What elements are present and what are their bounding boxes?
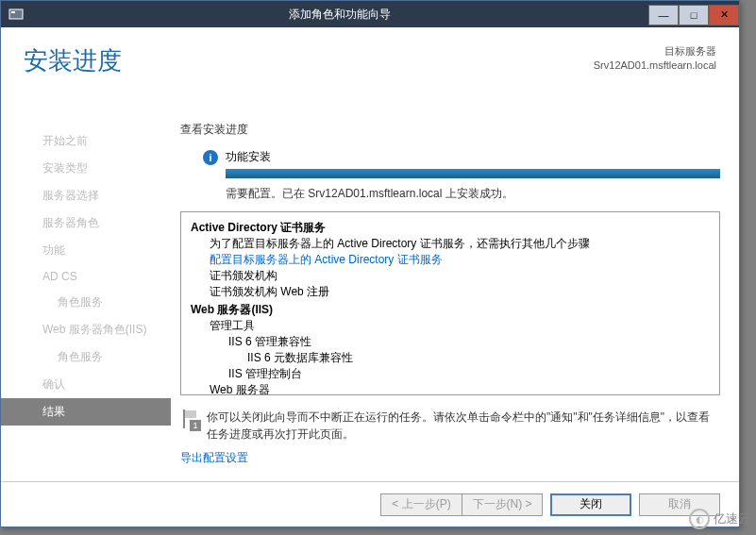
maximize-button[interactable]: □ [679, 5, 709, 25]
status-row: i 功能安装 [203, 149, 720, 165]
note-text: 你可以关闭此向导而不中断正在运行的任务。请依次单击命令栏中的"通知"和"任务详细… [207, 409, 720, 443]
config-adcs-link[interactable]: 配置目标服务器上的 Active Directory 证书服务 [191, 252, 710, 268]
close-button[interactable]: ✕ [709, 5, 739, 25]
svg-rect-1 [11, 11, 15, 13]
watermark: ◐ 亿速云 [689, 509, 750, 529]
detail-line-7: IIS 6 管理兼容性 [191, 334, 710, 350]
status-message: 需要配置。已在 Srv12AD01.msftlearn.local 上安装成功。 [226, 186, 720, 202]
main-panel: 查看安装进度 i 功能安装 需要配置。已在 Srv12AD01.msftlear… [171, 122, 739, 479]
svg-rect-0 [9, 9, 23, 19]
install-details[interactable]: Active Directory 证书服务为了配置目标服务器上的 Active … [180, 211, 720, 395]
progress-bar [226, 169, 720, 178]
sidebar-item-1: 安装类型 [1, 155, 171, 182]
detail-line-6: 管理工具 [191, 318, 710, 334]
footer-buttons: < 上一步(P) 下一步(N) > 关闭 取消 [1, 481, 739, 527]
sidebar-item-9: 确认 [1, 371, 171, 398]
nav-button-group: < 上一步(P) 下一步(N) > [380, 493, 543, 516]
detail-line-0: Active Directory 证书服务 [191, 220, 710, 236]
sidebar-item-10[interactable]: 结果 [1, 398, 171, 426]
detail-line-8: IIS 6 元数据库兼容性 [191, 350, 710, 366]
sidebar-nav: 开始之前安装类型服务器选择服务器角色功能AD CS角色服务Web 服务器角色(I… [1, 122, 171, 479]
window-title: 添加角色和功能向导 [31, 7, 648, 23]
header-row: 安装进度 目标服务器 Srv12AD01.msftlearn.local [1, 27, 739, 89]
sidebar-item-8: 角色服务 [1, 343, 171, 371]
detail-line-4: 证书颁发机构 Web 注册 [191, 284, 710, 300]
target-server-info: 目标服务器 Srv12AD01.msftlearn.local [594, 44, 716, 74]
wizard-window: 添加角色和功能向导 — □ ✕ 安装进度 目标服务器 Srv12AD01.msf… [0, 0, 740, 527]
watermark-icon: ◐ [689, 509, 710, 529]
titlebar[interactable]: 添加角色和功能向导 — □ ✕ [1, 1, 739, 27]
page-title: 安装进度 [24, 44, 122, 77]
next-button: 下一步(N) > [462, 493, 543, 516]
target-value: Srv12AD01.msftlearn.local [594, 59, 716, 73]
sidebar-item-3: 服务器角色 [1, 209, 171, 237]
watermark-text: 亿速云 [714, 510, 750, 527]
subheader: 查看安装进度 [180, 122, 720, 138]
status-label: 功能安装 [226, 149, 271, 165]
sidebar-item-0: 开始之前 [1, 127, 171, 155]
info-icon: i [203, 150, 218, 165]
detail-line-5: Web 服务器(IIS) [191, 302, 710, 318]
sidebar-item-4: 功能 [1, 237, 171, 264]
window-controls: — □ ✕ [648, 4, 739, 25]
detail-line-1: 为了配置目标服务器上的 Active Directory 证书服务，还需执行其他… [191, 236, 710, 252]
notification-flag-icon: 1 [180, 409, 199, 429]
minimize-button[interactable]: — [648, 5, 679, 25]
sidebar-item-2: 服务器选择 [1, 182, 171, 209]
sidebar-item-6: 角色服务 [1, 289, 171, 316]
sidebar-item-7: Web 服务器角色(IIS) [1, 316, 171, 343]
target-label: 目标服务器 [594, 44, 716, 59]
wizard-body: 安装进度 目标服务器 Srv12AD01.msftlearn.local 开始之… [1, 27, 739, 527]
detail-line-9: IIS 管理控制台 [191, 366, 710, 382]
app-icon [7, 5, 25, 24]
content-area: 开始之前安装类型服务器选择服务器角色功能AD CS角色服务Web 服务器角色(I… [1, 122, 739, 479]
detail-line-10: Web 服务器 [191, 382, 710, 395]
export-config-link[interactable]: 导出配置设置 [180, 450, 248, 466]
note-row: 1 你可以关闭此向导而不中断正在运行的任务。请依次单击命令栏中的"通知"和"任务… [180, 409, 720, 443]
sidebar-item-5: AD CS [1, 264, 171, 289]
previous-button: < 上一步(P) [380, 493, 462, 516]
close-wizard-button[interactable]: 关闭 [550, 493, 631, 516]
notification-count: 1 [190, 420, 201, 431]
detail-line-3: 证书颁发机构 [191, 268, 710, 284]
